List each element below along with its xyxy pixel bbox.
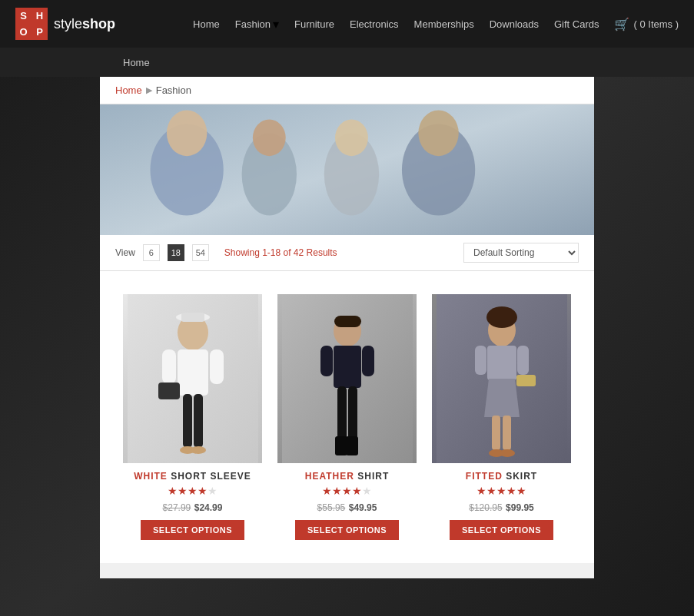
logo-shop-text: shop [82,16,115,31]
svg-rect-12 [181,313,204,322]
nav-fashion-arrow: ▾ [273,17,279,31]
view-6-button[interactable]: 6 [143,244,160,261]
results-text: Showing 1-18 of 42 Results [224,247,337,258]
product-stars-1: ★★★★★ [123,485,262,497]
product-image-2 [277,294,417,463]
product-name-accent-2: HEATHER [305,471,354,482]
logo-h: H [32,8,48,24]
select-options-button-1[interactable]: Select Options [141,520,244,540]
page-title: Home [123,57,150,68]
svg-rect-29 [335,436,347,455]
nav-fashion[interactable]: Fashion [235,18,271,30]
svg-point-4 [253,120,286,157]
svg-rect-15 [210,349,224,384]
svg-point-20 [191,446,206,454]
page-title-bar: Home [0,48,694,77]
product-figure-3 [437,294,567,463]
svg-rect-38 [492,416,500,450]
logo-box: S H O P [15,8,48,40]
svg-rect-13 [178,349,208,396]
product-price-sale-3: $99.95 [506,502,534,513]
product-price-sale-1: $24.99 [194,502,223,513]
product-figure-2 [282,294,413,463]
svg-point-8 [418,111,458,157]
product-name-2: HEATHER SHIRT [277,471,417,482]
breadcrumb-home[interactable]: Home [115,84,142,96]
view-54-button[interactable]: 54 [192,244,209,261]
main-content: Home ▶ Fashion [100,77,594,578]
product-price-1: $27.99 $24.99 [123,500,262,514]
nav-fashion-wrapper: Fashion ▾ [235,17,279,31]
logo-s: S [15,8,32,24]
cart-area[interactable]: 🛒 ( 0 Items ) [614,17,679,31]
product-card-2: HEATHER SHIRT ★★★★★ $55.95 $49.95 Select… [270,286,424,548]
logo-p: P [32,24,48,40]
svg-point-2 [167,111,207,157]
product-name-accent-3: FITTED [466,471,503,482]
cart-icon: 🛒 [614,17,629,31]
logo-style: style [54,16,82,31]
svg-rect-35 [475,346,486,375]
product-price-original-2: $55.95 [317,502,346,513]
svg-rect-16 [183,394,192,448]
toolbar: View 6 18 54 Showing 1-18 of 42 Results … [100,235,594,271]
nav-electronics[interactable]: Electronics [350,18,399,30]
product-price-original-1: $27.99 [163,502,191,513]
svg-rect-39 [503,416,511,450]
svg-rect-34 [487,346,516,380]
product-card-3: FITTED SKIRT ★★★★★ $120.95 $99.95 Select… [424,286,579,548]
product-name-3: FITTED SKIRT [432,471,571,482]
category-banner [100,104,594,235]
svg-point-33 [486,306,517,328]
product-image-1 [123,294,262,463]
svg-rect-25 [320,346,333,376]
star-empty-2: ★ [362,485,372,497]
product-price-2: $55.95 $49.95 [277,500,417,514]
banner-image [100,104,594,235]
breadcrumb-current: Fashion [156,84,191,96]
view-label: View [115,247,135,258]
svg-rect-24 [334,346,361,388]
nav-memberships[interactable]: Memberships [414,18,474,30]
svg-point-41 [500,449,515,457]
svg-rect-23 [334,316,361,327]
product-image-3 [432,294,571,463]
logo-o: O [15,24,32,40]
star-empty-1: ★ [208,485,217,497]
product-price-sale-2: $49.95 [349,502,377,513]
logo[interactable]: S H O P styleshop [15,8,115,40]
page-wrapper: S H O P styleshop Home Fashion ▾ Furnitu… [0,0,694,616]
select-options-button-2[interactable]: Select Options [295,520,399,540]
product-name-accent-1: WHITE [134,471,168,482]
product-stars-3: ★★★★★ [432,485,571,497]
product-name-1: WHITE SHORT SLEEVE [123,471,262,482]
main-nav: Home Fashion ▾ Furniture Electronics Mem… [193,17,679,31]
svg-point-6 [335,120,368,157]
cart-label: ( 0 Items ) [633,18,679,30]
product-stars-2: ★★★★★ [277,485,417,497]
breadcrumb: Home ▶ Fashion [100,77,594,104]
svg-marker-37 [484,379,520,417]
svg-rect-14 [162,349,176,384]
header: S H O P styleshop Home Fashion ▾ Furnitu… [0,0,694,48]
select-options-button-3[interactable]: Select Options [450,520,553,540]
nav-gift-cards[interactable]: Gift Cards [554,18,599,30]
svg-rect-26 [362,346,374,376]
nav-home[interactable]: Home [193,18,220,30]
breadcrumb-separator: ▶ [146,85,152,95]
svg-rect-17 [194,394,203,448]
svg-rect-42 [516,375,536,386]
svg-rect-30 [346,436,358,455]
product-figure-1 [128,294,258,463]
product-price-original-3: $120.95 [469,502,502,513]
svg-rect-36 [517,346,529,375]
logo-text: styleshop [54,16,115,32]
view-18-button[interactable]: 18 [168,244,184,261]
product-price-3: $120.95 $99.95 [432,500,571,514]
product-card-1: WHITE SHORT SLEEVE ★★★★★ $27.99 $24.99 S… [115,286,270,548]
nav-downloads[interactable]: Downloads [490,18,539,30]
nav-furniture[interactable]: Furniture [294,18,334,30]
sort-select[interactable]: Default Sorting [463,243,579,263]
svg-rect-18 [158,383,180,399]
product-grid: WHITE SHORT SLEEVE ★★★★★ $27.99 $24.99 S… [100,271,594,563]
